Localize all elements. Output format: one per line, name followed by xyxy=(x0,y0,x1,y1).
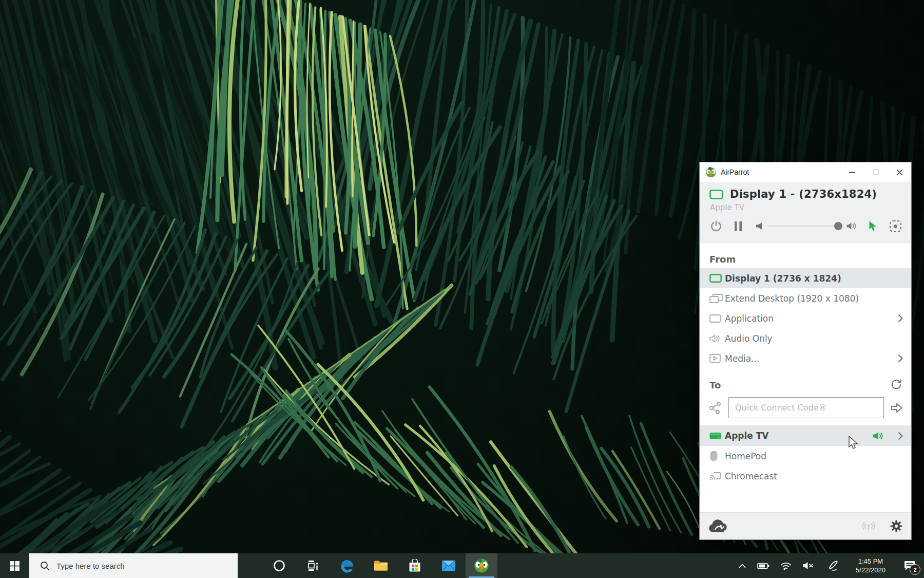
close-icon xyxy=(896,169,903,176)
network-tray-button[interactable] xyxy=(775,553,797,578)
wifi-icon xyxy=(780,562,792,570)
from-item-label: Application xyxy=(725,313,774,324)
windows-logo-icon xyxy=(10,561,20,571)
microsoft-store-icon xyxy=(408,559,421,572)
from-item-display1[interactable]: Display 1 (2736 x 1824) xyxy=(700,268,911,288)
airparrot-window: AirParrot Display 1 - (2736x1824) Apple … xyxy=(699,162,912,540)
from-item-audio-only[interactable]: Audio Only xyxy=(700,328,911,348)
hidden-icons-button[interactable] xyxy=(733,553,752,578)
to-device-apple-tv[interactable]: Apple TV xyxy=(700,425,911,446)
taskbar-clock[interactable]: 1:45 PM 5/22/2020 xyxy=(846,553,895,578)
quick-connect-row xyxy=(700,397,911,418)
clock-date: 5/22/2020 xyxy=(856,566,886,574)
cortana-button[interactable] xyxy=(262,553,296,578)
mouse-cursor xyxy=(848,436,859,450)
from-item-extend-desktop[interactable]: Extend Desktop (1920 x 1080) xyxy=(700,288,911,308)
refresh-button[interactable] xyxy=(891,379,902,391)
mirroring-title: Display 1 - (2736x1824) xyxy=(730,188,877,200)
mail-button[interactable] xyxy=(432,553,466,578)
mirroring-target: Apple TV xyxy=(710,203,911,212)
volume-low-icon[interactable] xyxy=(756,222,762,230)
chevron-up-icon xyxy=(739,564,746,568)
close-button[interactable] xyxy=(888,162,911,182)
quick-connect-icon xyxy=(709,401,722,414)
airparrot-icon xyxy=(474,558,489,573)
from-item-media[interactable]: Media... xyxy=(700,348,911,368)
media-icon xyxy=(709,354,725,363)
from-item-label: Extend Desktop (1920 x 1080) xyxy=(725,293,859,304)
battery-icon xyxy=(757,563,769,569)
minimize-icon xyxy=(849,169,855,175)
from-section-label: From xyxy=(709,254,911,265)
capture-frame-button[interactable] xyxy=(889,220,902,233)
window-title: AirParrot xyxy=(721,168,840,176)
from-item-label: Media... xyxy=(725,353,759,364)
display-icon xyxy=(709,190,723,199)
cortana-icon xyxy=(273,560,285,572)
volume-slider[interactable] xyxy=(766,225,843,227)
apple-tv-icon xyxy=(709,432,725,440)
from-item-label: Audio Only xyxy=(725,333,773,344)
device-label: Apple TV xyxy=(725,431,769,441)
to-device-homepod[interactable]: HomePod xyxy=(700,446,911,466)
chevron-right-icon xyxy=(898,354,903,363)
broadcast-status-icon xyxy=(861,520,876,532)
from-item-label: Display 1 (2736 x 1824) xyxy=(725,273,841,284)
quick-connect-input[interactable] xyxy=(728,397,884,418)
application-icon xyxy=(709,314,725,323)
pen-icon xyxy=(827,561,839,571)
window-footer xyxy=(700,512,911,539)
to-section-label: To xyxy=(709,380,721,390)
chevron-right-icon xyxy=(898,314,903,323)
chevron-right-icon xyxy=(898,432,903,440)
volume-high-icon[interactable] xyxy=(846,222,857,230)
device-audio-on-icon[interactable] xyxy=(873,432,884,440)
notification-badge: 2 xyxy=(910,564,920,575)
submit-code-button[interactable] xyxy=(891,403,903,413)
clock-time: 1:45 PM xyxy=(858,557,883,566)
battery-tray-button[interactable] xyxy=(752,553,775,578)
pause-button[interactable] xyxy=(734,221,742,232)
edge-icon xyxy=(340,558,354,573)
taskbar-search[interactable]: Type here to search xyxy=(29,553,238,578)
start-button[interactable] xyxy=(0,553,29,578)
from-item-application[interactable]: Application xyxy=(700,308,911,328)
volume-slider-knob[interactable] xyxy=(834,222,842,230)
device-label: HomePod xyxy=(725,451,766,461)
desktop: { "win": { "title": "AirParrot", "header… xyxy=(0,0,924,578)
homepod-icon xyxy=(709,451,725,461)
now-mirroring-header: Display 1 - (2736x1824) Apple TV xyxy=(700,182,911,244)
maximize-button[interactable] xyxy=(864,162,888,182)
search-placeholder: Type here to search xyxy=(56,562,125,570)
maximize-icon xyxy=(873,169,879,175)
remote-pointer-button[interactable] xyxy=(869,221,877,232)
settings-gear-button[interactable] xyxy=(890,520,902,532)
airparrot-logo-icon xyxy=(705,166,717,178)
playback-controls xyxy=(709,218,911,234)
airparrot-taskbar-button[interactable] xyxy=(466,553,497,578)
taskbar: Type here to search xyxy=(0,553,924,578)
power-button[interactable] xyxy=(710,220,722,232)
chromecast-icon xyxy=(709,471,725,481)
device-label: Chromecast xyxy=(725,471,777,481)
task-view-button[interactable] xyxy=(296,553,330,578)
file-explorer-button[interactable] xyxy=(364,553,398,578)
volume-tray-button[interactable] xyxy=(797,553,820,578)
squirrels-cloud-logo-icon[interactable] xyxy=(708,519,728,533)
to-device-chromecast[interactable]: Chromecast xyxy=(700,466,911,486)
action-center-button[interactable]: 2 xyxy=(895,553,924,578)
display-icon xyxy=(709,274,725,283)
titlebar[interactable]: AirParrot xyxy=(700,162,911,182)
minimize-button[interactable] xyxy=(840,162,864,182)
volume-muted-icon xyxy=(803,562,814,570)
windows-ink-tray-button[interactable] xyxy=(820,553,846,578)
mail-icon xyxy=(441,560,456,571)
edge-button[interactable] xyxy=(330,553,364,578)
search-icon xyxy=(40,561,50,571)
extend-desktop-icon xyxy=(709,294,725,303)
task-view-icon xyxy=(307,560,319,572)
audio-only-icon xyxy=(709,334,725,343)
microsoft-store-button[interactable] xyxy=(398,553,432,578)
file-explorer-icon xyxy=(374,560,388,572)
window-content: From Display 1 (2736 x 1824) Extend Desk… xyxy=(700,244,911,512)
